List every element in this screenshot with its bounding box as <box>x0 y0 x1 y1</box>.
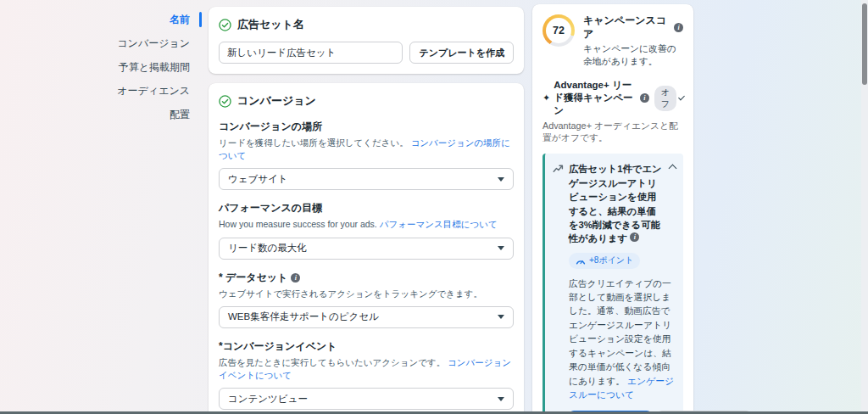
recommendation-box: 広告セット1件でエンゲージスルーアトリビューションを使用すると、結果の単価を3%… <box>542 154 683 414</box>
sidebar-item-label: オーディエンス <box>117 85 190 97</box>
sidebar-item-audience[interactable]: オーディエンス <box>0 79 202 103</box>
ads-manager-page: 名前 コンバージョン 予算と掲載期間 オーディエンス 配置 広告セット名 テンプ… <box>0 0 868 414</box>
sidebar-item-label: コンバージョン <box>117 37 190 49</box>
info-icon[interactable] <box>674 23 683 32</box>
info-icon[interactable] <box>630 232 639 242</box>
recommendation-title-text: 広告セット1件でエンゲージスルーアトリビューションを使用すると、結果の単価を3%… <box>569 164 662 243</box>
campaign-score-subtitle: キャンペーンに改善の余地があります。 <box>583 42 683 68</box>
help-text: リードを獲得したい場所を選択してください。 <box>219 137 409 148</box>
recommendation-body: 広告クリエイティブの一部として動画を選択しました。通常、動画広告でエンゲージスル… <box>569 277 676 402</box>
dropdown-arrow-icon <box>498 315 504 319</box>
info-icon[interactable] <box>291 273 300 283</box>
recommendation-title: 広告セット1件でエンゲージスルーアトリビューションを使用すると、結果の単価を3%… <box>569 162 665 245</box>
points-badge: +8ポイント <box>569 253 640 269</box>
adset-name-input[interactable] <box>219 42 403 64</box>
help-text: How you measure success for your ads. <box>219 219 377 229</box>
right-rail: 72 キャンペーンスコア キャンペーンに改善の余地があります。 Advantag… <box>532 4 693 414</box>
create-template-button[interactable]: テンプレートを作成 <box>409 42 514 64</box>
campaign-score-card: 72 キャンペーンスコア キャンペーンに改善の余地があります。 Advantag… <box>532 4 693 414</box>
selected-value: ウェブサイト <box>228 173 288 186</box>
scrollbar-thumb[interactable] <box>862 3 867 85</box>
dataset-help: ウェブサイトで実行されるアクションをトラッキングできます。 <box>219 288 514 300</box>
campaign-score-gauge: 72 <box>542 14 575 47</box>
performance-goal-help: How you measure success for your ads. パフ… <box>219 218 514 231</box>
chevron-up-icon[interactable] <box>669 165 677 173</box>
help-text: 広告を見たときに実行してもらいたいアクションです。 <box>219 357 445 367</box>
check-circle-icon <box>219 19 231 31</box>
performance-goal-help-link[interactable]: パフォーマンス目標について <box>380 219 498 229</box>
advantage-plus-row: Advantage+ リード獲得キャンペーン オフ <box>542 79 683 117</box>
conversion-event-help: 広告を見たときに実行してもらいたいアクションです。 コンバージョンイベントについ… <box>219 356 514 382</box>
sidebar-item-budget-schedule[interactable]: 予算と掲載期間 <box>0 55 202 79</box>
advantage-plus-label: Advantage+ リード獲得キャンペーン <box>554 79 637 117</box>
advantage-plus-subtitle: Advantage+ オーディエンスと配置がオフです。 <box>542 120 683 144</box>
adset-step-nav: 名前 コンバージョン 予算と掲載期間 オーディエンス 配置 <box>0 8 202 126</box>
selected-value: リード数の最大化 <box>228 242 307 255</box>
conversion-location-label: コンバージョンの場所 <box>219 120 514 134</box>
selected-value: コンテンツビュー <box>228 393 308 406</box>
points-gauge-icon <box>576 257 586 265</box>
trending-icon <box>553 163 564 174</box>
label-text: * データセット <box>219 271 287 285</box>
advantage-status-badge[interactable]: オフ <box>654 86 676 111</box>
points-badge-label: +8ポイント <box>589 255 633 266</box>
sparkle-icon <box>542 92 550 104</box>
performance-goal-select[interactable]: リード数の最大化 <box>219 238 514 260</box>
check-circle-icon <box>219 95 231 108</box>
dataset-select[interactable]: WEB集客伴走サポートのピクセル <box>219 306 514 328</box>
conversion-card: コンバージョン コンバージョンの場所 リードを獲得したい場所を選択してください。… <box>209 83 524 414</box>
scrollbar-track[interactable] <box>861 0 868 414</box>
dropdown-arrow-icon <box>498 177 504 182</box>
sidebar-item-name[interactable]: 名前 <box>0 8 202 31</box>
adset-form-column: 広告セット名 テンプレートを作成 コンバージョン コンバージョンの場所 リードを… <box>209 7 524 414</box>
sidebar-item-label: 配置 <box>170 109 190 120</box>
adset-name-title: 広告セット名 <box>237 17 304 32</box>
adset-name-card: 広告セット名 テンプレートを作成 <box>209 7 524 74</box>
conversion-location-select[interactable]: ウェブサイト <box>219 168 514 190</box>
dropdown-arrow-icon <box>498 397 504 401</box>
recommendation-body-text: 広告クリエイティブの一部として動画を選択しました。通常、動画広告でエンゲージスル… <box>569 278 671 386</box>
conversion-location-help: リードを獲得したい場所を選択してください。 コンバージョンの場所について <box>219 137 514 162</box>
selected-value: WEB集客伴走サポートのピクセル <box>228 310 379 323</box>
dropdown-arrow-icon <box>498 246 504 250</box>
campaign-score-value: 72 <box>546 18 571 43</box>
conversion-event-label: *コンバージョンイベント <box>219 339 514 354</box>
chevron-down-icon[interactable] <box>678 94 685 101</box>
dataset-label: * データセット <box>219 271 514 285</box>
info-icon[interactable] <box>640 93 649 103</box>
sidebar-item-label: 名前 <box>170 14 190 25</box>
help-text: ウェブサイトで実行されるアクションをトラッキングできます。 <box>219 288 482 299</box>
sidebar-item-placement[interactable]: 配置 <box>0 103 202 126</box>
performance-goal-label: パフォーマンスの目標 <box>219 201 514 215</box>
conversion-title: コンバージョン <box>237 93 316 109</box>
selected-indicator <box>199 12 202 27</box>
sidebar-item-conversion[interactable]: コンバージョン <box>0 31 202 55</box>
sidebar-item-label: 予算と掲載期間 <box>119 61 190 73</box>
conversion-event-select[interactable]: コンテンツビュー <box>219 388 514 410</box>
campaign-score-title: キャンペーンスコア <box>583 14 670 41</box>
